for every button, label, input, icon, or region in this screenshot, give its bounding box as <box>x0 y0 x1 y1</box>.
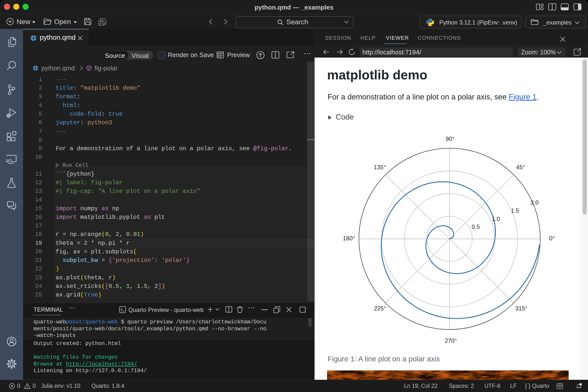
svg-text:270°: 270° <box>445 337 457 344</box>
svg-text:315°: 315° <box>515 305 528 312</box>
svg-text:225°: 225° <box>374 305 386 312</box>
svg-text:1.5: 1.5 <box>511 207 519 214</box>
svg-text:2.0: 2.0 <box>530 199 538 206</box>
svg-text:135°: 135° <box>374 164 386 170</box>
svg-text:180°: 180° <box>343 235 355 242</box>
svg-text:90°: 90° <box>446 136 454 142</box>
svg-text:0°: 0° <box>549 235 555 242</box>
svg-text:0.5: 0.5 <box>472 224 480 230</box>
svg-text:45°: 45° <box>516 164 525 170</box>
svg-text:1.0: 1.0 <box>492 216 500 222</box>
